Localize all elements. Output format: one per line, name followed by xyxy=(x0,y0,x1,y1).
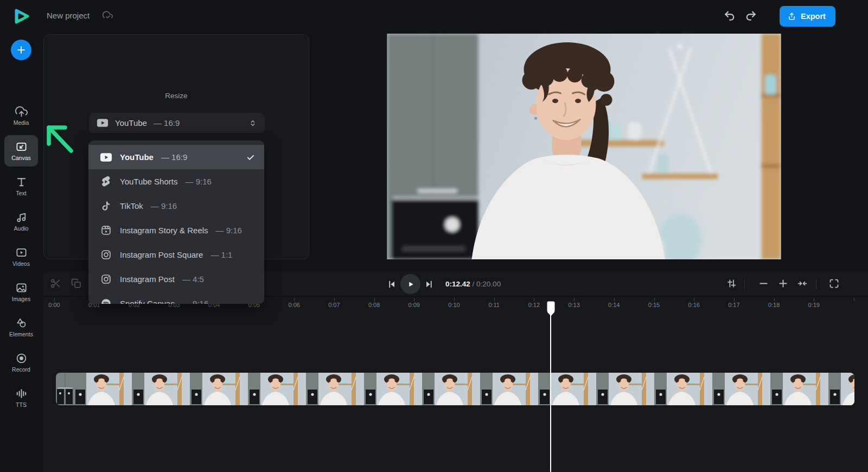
menu-option-ratio: — 9:16 xyxy=(185,177,211,186)
menu-option-ratio: — 4:5 xyxy=(182,275,204,284)
ruler-label: 0:17 xyxy=(722,302,746,308)
export-button[interactable]: Export xyxy=(780,6,835,27)
app-window: New project Export xyxy=(0,0,868,472)
instagram-reels-icon xyxy=(99,225,112,236)
sidebar-item-elements[interactable]: Elements xyxy=(4,311,38,343)
sidebar-item-label: Text xyxy=(16,190,26,196)
menu-option-name: Spotify Canvas xyxy=(120,299,175,304)
undo-button[interactable] xyxy=(723,9,736,23)
menu-option-name: Instagram Post Square xyxy=(120,250,203,259)
check-icon xyxy=(246,152,256,162)
ruler-label: 0:10 xyxy=(442,302,466,308)
selected-ratio-value: — 16:9 xyxy=(154,118,180,127)
text-icon xyxy=(15,176,28,188)
zoom-out-button[interactable] xyxy=(758,278,769,289)
menu-option-spotify-canvas[interactable]: Spotify Canvas — 9:16 xyxy=(88,291,264,304)
spotify-icon xyxy=(99,298,112,304)
menu-option-ratio: — 1:1 xyxy=(210,250,232,259)
playhead-handle[interactable] xyxy=(547,301,555,316)
top-bar: New project Export xyxy=(0,0,868,33)
menu-option-ratio: — 9:16 xyxy=(151,201,177,211)
selected-ratio-name: YouTube xyxy=(115,118,147,127)
split-scissors-icon[interactable] xyxy=(50,278,61,289)
tiktok-icon xyxy=(99,200,112,212)
instagram-icon xyxy=(99,273,112,285)
sidebar-item-videos[interactable]: Videos xyxy=(4,241,38,272)
sidebar-item-text[interactable]: Text xyxy=(4,170,38,202)
instagram-icon xyxy=(99,249,112,260)
sidebar-item-label: Images xyxy=(12,296,30,302)
youtube-shorts-icon xyxy=(99,176,112,188)
menu-option-instagram-story-reels[interactable]: Instagram Story & Reels — 9:16 xyxy=(88,218,264,243)
ruler-tick xyxy=(294,298,295,301)
clip-thumbnail xyxy=(190,373,248,405)
toolbar-divider xyxy=(744,279,745,290)
cloud-saved-icon xyxy=(102,10,114,22)
menu-option-ratio: — 16:9 xyxy=(161,152,187,162)
ruler-label: 0:12 xyxy=(522,302,546,308)
sidebar-item-media[interactable]: Media xyxy=(4,100,38,131)
menu-option-youtube[interactable]: YouTube — 16:9 xyxy=(88,145,264,169)
sidebar-item-label: TTS xyxy=(16,401,27,408)
play-button[interactable] xyxy=(400,274,420,294)
sidebar-item-audio[interactable]: Audio xyxy=(4,206,38,237)
fullscreen-icon[interactable] xyxy=(828,278,840,289)
ruler-label: 0:07 xyxy=(322,302,346,308)
clip-thumbnail xyxy=(74,373,132,405)
sidebar-item-record[interactable]: Record xyxy=(4,347,38,378)
ruler-tick xyxy=(814,298,814,301)
ruler-tick xyxy=(654,298,655,301)
menu-option-name: Instagram Story & Reels xyxy=(120,226,208,235)
clip-thumbnail xyxy=(770,373,828,405)
ruler-label: 0:18 xyxy=(762,302,786,308)
ruler-label: 0:13 xyxy=(562,302,586,308)
clip-thumbnail xyxy=(364,373,422,405)
ruler-tick xyxy=(574,298,575,301)
sidebar-item-tts[interactable]: TTS xyxy=(4,382,38,413)
menu-option-tiktok[interactable]: TikTok — 9:16 xyxy=(88,194,264,218)
add-media-button[interactable] xyxy=(11,40,31,60)
ruler-tick xyxy=(854,298,854,301)
aspect-ratio-select[interactable]: YouTube — 16:9 xyxy=(89,113,265,133)
ruler-tick xyxy=(414,298,414,301)
skip-to-start-button[interactable] xyxy=(386,279,397,290)
video-preview[interactable] xyxy=(387,34,781,259)
menu-option-instagram-post-square[interactable]: Instagram Post Square — 1:1 xyxy=(88,243,264,267)
ruler-label: 0:15 xyxy=(642,302,666,308)
clipchamp-logo-icon[interactable] xyxy=(12,7,31,26)
clip-thumbnail xyxy=(654,373,712,405)
menu-option-name: YouTube Shorts xyxy=(120,177,177,186)
ruler-tick xyxy=(334,298,335,301)
ruler-tick xyxy=(454,298,455,301)
clip-thumbnail xyxy=(828,373,854,405)
redo-button[interactable] xyxy=(744,9,758,23)
skip-to-end-button[interactable] xyxy=(424,279,435,290)
youtube-icon xyxy=(99,152,112,162)
ruler-label: 0:16 xyxy=(682,302,706,308)
duplicate-icon[interactable] xyxy=(71,278,82,289)
elements-icon xyxy=(15,317,28,329)
menu-option-name: Instagram Post xyxy=(120,275,175,284)
zoom-in-button[interactable] xyxy=(777,278,789,289)
transport-controls: 0:12.42 / 0:20.00 xyxy=(386,271,501,297)
chevron-updown-icon xyxy=(248,118,257,128)
menu-option-ratio: — 9:16 xyxy=(182,299,208,304)
project-title[interactable]: New project xyxy=(47,11,90,20)
ruler-label: 0:09 xyxy=(402,302,426,308)
ruler-tick xyxy=(374,298,375,301)
export-label: Export xyxy=(801,12,826,21)
track-settings-icon[interactable] xyxy=(726,278,737,289)
current-time: 0:12.42 xyxy=(445,280,470,288)
ruler-tick xyxy=(54,298,55,301)
menu-option-instagram-post[interactable]: Instagram Post — 4:5 xyxy=(88,267,264,291)
clip-thumbnail xyxy=(132,373,190,405)
ruler-tick xyxy=(614,298,615,301)
menu-option-youtube-shorts[interactable]: YouTube Shorts — 9:16 xyxy=(88,169,264,194)
clip-thumbnail xyxy=(596,373,654,405)
sidebar-item-images[interactable]: Images xyxy=(4,276,38,308)
video-clip[interactable] xyxy=(56,373,854,405)
sidebar-item-canvas[interactable]: Canvas xyxy=(4,135,38,167)
videos-icon xyxy=(15,246,28,259)
fit-to-screen-icon[interactable] xyxy=(796,278,808,289)
menu-option-name: YouTube xyxy=(120,152,154,162)
